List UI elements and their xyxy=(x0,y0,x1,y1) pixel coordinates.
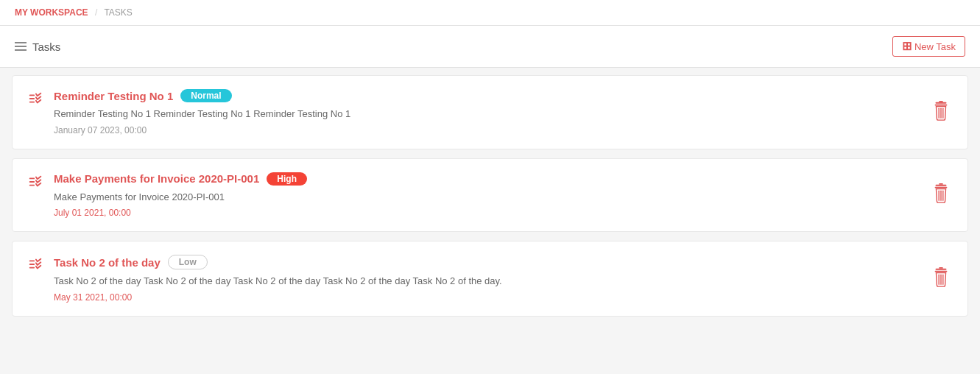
task-title: Reminder Testing No 1 xyxy=(54,90,173,102)
task-card: Task No 2 of the day Low Task No 2 of th… xyxy=(12,241,968,317)
delete-task-button[interactable] xyxy=(929,264,953,293)
svg-rect-22 xyxy=(939,267,943,269)
task-description: Reminder Testing No 1 Reminder Testing N… xyxy=(54,107,919,121)
priority-badge: High xyxy=(267,172,307,186)
task-checklist-icon xyxy=(27,174,43,192)
task-description: Task No 2 of the day Task No 2 of the da… xyxy=(54,274,919,289)
workspace-link[interactable]: MY WORKSPACE xyxy=(15,7,88,18)
task-card: Reminder Testing No 1 Normal Reminder Te… xyxy=(12,75,968,149)
task-checklist-icon xyxy=(27,91,43,109)
task-card: Make Payments for Invoice 2020-PI-001 Hi… xyxy=(12,158,968,233)
task-body: Reminder Testing No 1 Normal Reminder Te… xyxy=(54,89,919,135)
menu-icon[interactable] xyxy=(15,42,27,51)
svg-rect-23 xyxy=(935,270,948,272)
plus-icon: ⊞ xyxy=(902,40,912,52)
delete-task-button[interactable] xyxy=(929,180,953,209)
task-body: Make Payments for Invoice 2020-PI-001 Hi… xyxy=(54,172,919,219)
breadcrumb-current: TASKS xyxy=(104,7,132,18)
task-date: January 07 2023, 00:00 xyxy=(54,125,919,135)
delete-task-button[interactable] xyxy=(929,98,953,127)
task-checklist-icon xyxy=(27,256,43,275)
svg-rect-12 xyxy=(936,185,947,186)
svg-rect-21 xyxy=(936,269,947,270)
task-title-row: Reminder Testing No 1 Normal xyxy=(54,89,919,102)
task-date: May 31 2021, 00:00 xyxy=(54,292,919,303)
svg-rect-13 xyxy=(939,183,943,185)
new-task-label: New Task xyxy=(914,41,956,52)
priority-badge: Normal xyxy=(180,89,231,102)
task-list: Reminder Testing No 1 Normal Reminder Te… xyxy=(0,75,980,337)
task-title-row: Task No 2 of the day Low xyxy=(54,255,919,269)
priority-badge: Low xyxy=(168,255,208,269)
new-task-button[interactable]: ⊞ New Task xyxy=(892,36,965,57)
task-body: Task No 2 of the day Low Task No 2 of th… xyxy=(54,255,919,303)
page-title-area: Tasks xyxy=(15,40,60,53)
task-date: July 01 2021, 00:00 xyxy=(54,208,919,218)
task-title-row: Make Payments for Invoice 2020-PI-001 Hi… xyxy=(54,172,919,186)
svg-rect-5 xyxy=(935,104,948,105)
task-title: Task No 2 of the day xyxy=(54,256,161,269)
page-title: Tasks xyxy=(32,40,60,53)
breadcrumb: MY WORKSPACE / TASKS xyxy=(0,0,980,26)
header-bar: Tasks ⊞ New Task xyxy=(0,26,980,68)
task-title: Make Payments for Invoice 2020-PI-001 xyxy=(54,172,259,185)
svg-rect-3 xyxy=(936,102,947,104)
svg-rect-4 xyxy=(939,101,943,102)
breadcrumb-separator: / xyxy=(95,7,97,18)
task-description: Make Payments for Invoice 2020-PI-001 xyxy=(54,190,919,205)
svg-rect-14 xyxy=(935,187,948,188)
